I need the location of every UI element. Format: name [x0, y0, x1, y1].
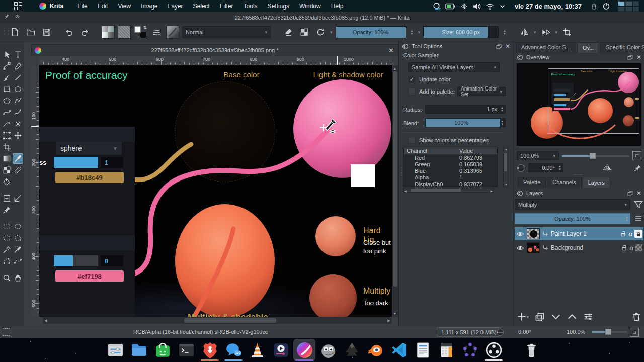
move-layer-up-button[interactable]: [567, 312, 577, 322]
tool-sel-rect[interactable]: [2, 221, 12, 232]
tab-specific-color-s-[interactable]: Specific Color S...: [600, 42, 644, 53]
overview-zoom-slider[interactable]: [562, 152, 629, 159]
tool-measure[interactable]: [13, 193, 23, 204]
workspace-pager[interactable]: [618, 1, 639, 12]
tool-similar[interactable]: [13, 244, 23, 255]
menu-tools[interactable]: Tools: [238, 3, 263, 10]
pin-docker-icon[interactable]: [634, 164, 641, 172]
tool-smart-patch[interactable]: [13, 165, 23, 175]
document-close-icon[interactable]: ✕: [388, 47, 394, 54]
blending-mode-dropdown[interactable]: Normal▾: [182, 26, 271, 38]
preserve-alpha-button[interactable]: [298, 26, 311, 39]
vscroll-thumb[interactable]: [393, 71, 397, 287]
tab-palette[interactable]: Palette: [518, 177, 546, 188]
tool-gradient[interactable]: [2, 153, 12, 164]
taskbar-app-inkscape[interactable]: [341, 339, 363, 361]
taskbar-app-blender[interactable]: [364, 339, 386, 361]
tool-freehand[interactable]: [13, 107, 23, 118]
channel-row[interactable]: Red0.862793: [404, 155, 497, 161]
tool-enclose[interactable]: [2, 193, 12, 204]
status-zoom-slider[interactable]: [592, 328, 627, 335]
tool-text[interactable]: [13, 49, 23, 60]
taskbar-app-vlc[interactable]: [246, 339, 268, 361]
close-docker-icon[interactable]: ✕: [636, 190, 641, 197]
reload-preset-button[interactable]: [314, 26, 327, 39]
channel-row[interactable]: Alpha1: [404, 174, 497, 181]
tool-polygon[interactable]: [2, 96, 12, 106]
undo-button[interactable]: [62, 26, 75, 39]
clock[interactable]: vie 27 de mayo, 10:37: [515, 3, 582, 10]
scroll-down-arrow[interactable]: ▼: [392, 310, 398, 317]
bluetooth-icon[interactable]: [460, 3, 468, 10]
tool-pattern[interactable]: [2, 165, 12, 175]
tool-line[interactable]: [13, 72, 23, 83]
docker-resize-handle[interactable]: ⋯⋯: [399, 167, 405, 177]
tool-sel-bezier[interactable]: [13, 256, 23, 266]
scroll-right-arrow[interactable]: ▶: [386, 317, 392, 324]
palette-set-dropdown[interactable]: Animation Color Set▾: [457, 87, 506, 96]
tool-sel-magnetic[interactable]: [2, 256, 12, 266]
taskbar-app-video-editor[interactable]: [270, 339, 292, 361]
canvas[interactable]: Proof of accuracy Base color Light & sha…: [39, 65, 392, 317]
tool-zoom-tool[interactable]: [2, 273, 12, 283]
taskbar-app-krita[interactable]: [293, 339, 315, 361]
canvas-vertical-scrollbar[interactable]: ▲ ▼: [392, 65, 398, 317]
chevron-down-icon[interactable]: [499, 3, 506, 10]
save-button[interactable]: [40, 26, 53, 39]
duplicate-layer-button[interactable]: [535, 312, 545, 322]
window-title-bar[interactable]: 227f6588eff472cf832b30c3539daf3bec3fb085…: [0, 12, 644, 23]
layer-thumbnail[interactable]: [527, 228, 540, 239]
wraparound-caret[interactable]: ▾: [555, 30, 558, 35]
menu-settings[interactable]: Settings: [263, 3, 294, 10]
status-zoom-100-button[interactable]: [630, 328, 639, 337]
radius-spinbox[interactable]: 1 px ▲▼: [425, 105, 506, 114]
scroll-left-arrow[interactable]: ◀: [43, 317, 49, 324]
brush-preset-chooser[interactable]: [166, 26, 179, 39]
volume-icon[interactable]: [472, 2, 481, 11]
tool-bezier[interactable]: [2, 107, 12, 118]
tab-ov-[interactable]: Ov...: [577, 42, 599, 53]
layer-thumbnail[interactable]: [527, 242, 540, 253]
tool-ellipse[interactable]: [13, 84, 23, 95]
add-to-palette-checkbox[interactable]: [408, 88, 415, 95]
close-docker-icon[interactable]: ✕: [505, 43, 510, 50]
layer-lock-icon[interactable]: [620, 230, 627, 237]
alpha-locked-icon[interactable]: [634, 230, 642, 238]
layer-filter-icon[interactable]: [633, 200, 643, 210]
layer-visibility-icon[interactable]: [516, 230, 525, 238]
layer-properties-button[interactable]: [583, 312, 593, 322]
tool-brush[interactable]: [2, 72, 12, 83]
menu-file[interactable]: File: [72, 3, 92, 10]
tool-rect[interactable]: [2, 84, 12, 95]
battery-icon[interactable]: [445, 3, 456, 10]
add-layer-button[interactable]: ▾: [517, 312, 529, 322]
float-docker-icon[interactable]: [496, 43, 502, 50]
alpha-icon[interactable]: α: [629, 230, 632, 238]
tool-dynamic[interactable]: [2, 119, 12, 129]
menu-layer[interactable]: Layer: [163, 3, 188, 10]
overview-viewport-rect[interactable]: Proof of accuracy Base color Light & sha…: [548, 68, 639, 134]
layer-visibility-icon[interactable]: [516, 244, 525, 252]
canvas-horizontal-scrollbar[interactable]: ◀ ▶: [43, 317, 392, 324]
channel-row[interactable]: DisplayCh00.937072: [404, 181, 497, 187]
layer-blend-mode-dropdown[interactable]: Multiply▾: [515, 199, 630, 210]
docker-splitter-handle[interactable]: ⋯⋯: [573, 172, 583, 177]
toolbar-drag-handle[interactable]: ⋮⋮: [2, 30, 5, 34]
lock-icon[interactable]: [590, 3, 598, 10]
menu-filter[interactable]: Filter: [215, 3, 238, 10]
menu-help[interactable]: Help: [326, 3, 349, 10]
channel-row[interactable]: Green0.165039: [404, 161, 497, 168]
eraser-mode-button[interactable]: [282, 26, 295, 39]
tool-sel-free[interactable]: [13, 233, 23, 243]
alpha-icon[interactable]: α: [630, 244, 633, 252]
tool-pan[interactable]: [13, 273, 23, 283]
taskbar-app-geogebra[interactable]: [459, 339, 481, 361]
zoom-to-100-button[interactable]: [632, 151, 641, 160]
wraparound-mode-button[interactable]: [539, 26, 552, 39]
tool-transform[interactable]: [2, 130, 12, 141]
channel-table-vscroll[interactable]: ▲▼: [503, 147, 508, 187]
tool-fill[interactable]: [2, 176, 12, 187]
pin-toolbar-icon[interactable]: [4, 14, 10, 19]
delete-layer-button[interactable]: [631, 312, 641, 322]
opacity-dropdown-caret[interactable]: ▾: [418, 30, 421, 35]
